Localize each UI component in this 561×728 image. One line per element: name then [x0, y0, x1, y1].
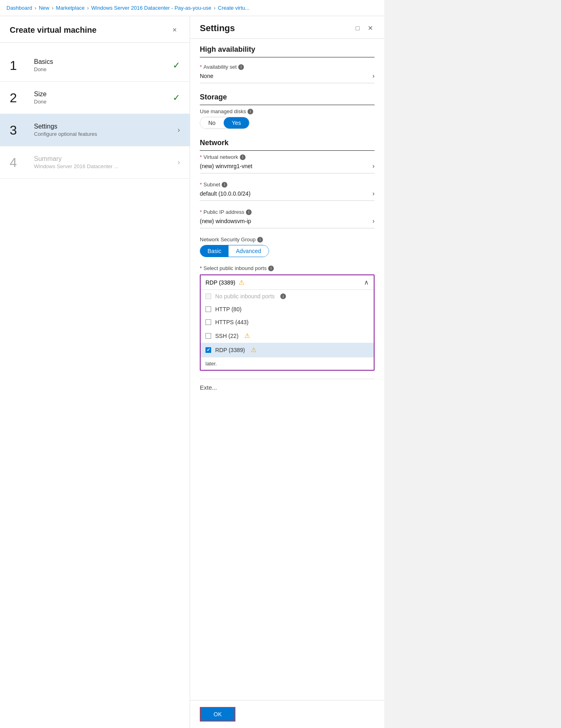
public-ip-value: (new) windowsvm-ip	[200, 218, 251, 224]
option-ssh[interactable]: SSH (22) ⚠	[201, 329, 374, 343]
step-2-sublabel: Done	[34, 99, 169, 105]
breadcrumb: Dashboard › New › Marketplace › Windows …	[0, 0, 384, 16]
option-no-inbound[interactable]: No public inbound ports i	[201, 290, 374, 303]
inbound-ports-warning-icon: ⚠	[239, 279, 244, 286]
option-ssh-label: SSH (22)	[215, 333, 239, 339]
inbound-ports-section: * Select public inbound ports i RDP (338…	[200, 265, 375, 371]
step-4-info: Summary Windows Server 2016 Datacenter .…	[34, 155, 174, 169]
managed-disks-field: Use managed disks i No Yes	[200, 108, 375, 129]
breadcrumb-product[interactable]: Windows Server 2016 Datacenter - Pay-as-…	[91, 5, 211, 11]
nsg-label: Network Security Group i	[200, 236, 375, 243]
public-ip-field: * Public IP address i (new) windowsvm-ip…	[200, 209, 375, 228]
virtual-network-value: (new) winvmrg1-vnet	[200, 163, 252, 169]
subnet-info-icon[interactable]: i	[222, 182, 227, 188]
option-ssh-checkbox	[205, 333, 211, 339]
public-ip-value-row[interactable]: (new) windowsvm-ip ›	[200, 217, 375, 228]
settings-header: Settings □ ✕	[190, 16, 384, 39]
settings-title: Settings	[200, 23, 235, 34]
subnet-value-row[interactable]: default (10.0.0.0/24) ›	[200, 190, 375, 201]
step-4-sublabel: Windows Server 2016 Datacenter ...	[34, 163, 174, 169]
option-rdp-label: RDP (3389)	[215, 347, 245, 353]
inbound-ports-trigger[interactable]: RDP (3389) ⚠ ∧	[201, 275, 374, 290]
option-no-inbound-label: No public inbound ports	[215, 293, 275, 300]
subnet-value: default (10.0.0.0/24)	[200, 190, 250, 197]
option-rdp-warning-icon: ⚠	[251, 346, 256, 354]
step-4-summary[interactable]: 4 Summary Windows Server 2016 Datacenter…	[0, 146, 190, 179]
settings-content: High availability * Availability set i N…	[190, 39, 384, 700]
inbound-ports-options: No public inbound ports i HTTP (80) HTTP…	[201, 290, 374, 370]
panel-header: Create virtual machine ×	[0, 16, 190, 43]
public-ip-info-icon[interactable]: i	[246, 209, 252, 215]
extension-hint: Exte...	[200, 379, 375, 391]
availability-set-value: None	[200, 73, 213, 79]
option-http-checkbox	[205, 306, 211, 312]
inbound-ports-selected: RDP (3389) ⚠	[205, 279, 244, 286]
settings-close-button[interactable]: ✕	[366, 23, 375, 34]
breadcrumb-create[interactable]: Create virtu...	[218, 5, 250, 11]
option-http-label: HTTP (80)	[215, 306, 241, 312]
step-1-check-icon: ✓	[173, 60, 180, 71]
public-ip-label: * Public IP address i	[200, 209, 375, 215]
option-rdp-checkbox: ✔	[205, 347, 211, 353]
step-2-size[interactable]: 2 Size Done ✓	[0, 82, 190, 114]
option-http[interactable]: HTTP (80)	[201, 303, 374, 316]
step-2-check-icon: ✓	[173, 93, 180, 103]
option-https-label: HTTPS (443)	[215, 319, 248, 325]
ok-button[interactable]: OK	[200, 707, 235, 722]
close-button[interactable]: ×	[169, 24, 180, 36]
availability-set-label: * Availability set i	[200, 64, 375, 70]
step-2-info: Size Done	[34, 91, 169, 105]
nsg-basic-button[interactable]: Basic	[200, 245, 229, 257]
public-ip-chevron-icon: ›	[373, 217, 375, 225]
virtual-network-field: * Virtual network i (new) winvmrg1-vnet …	[200, 154, 375, 173]
inbound-ports-info-icon[interactable]: i	[268, 266, 274, 271]
step-2-number: 2	[10, 91, 29, 104]
breadcrumb-marketplace[interactable]: Marketplace	[56, 5, 85, 11]
step-3-settings[interactable]: 3 Settings Configure optional features ›	[0, 114, 190, 146]
breadcrumb-new[interactable]: New	[39, 5, 49, 11]
inbound-ports-label: * Select public inbound ports i	[200, 265, 375, 271]
step-1-sublabel: Done	[34, 66, 169, 72]
virtual-network-chevron-icon: ›	[373, 162, 375, 170]
subnet-chevron-icon: ›	[373, 190, 375, 197]
step-2-label: Size	[34, 91, 169, 98]
option-rdp[interactable]: ✔ RDP (3389) ⚠	[201, 343, 374, 357]
high-availability-title: High availability	[200, 45, 375, 57]
step-3-sublabel: Configure optional features	[34, 131, 174, 137]
later-text: later.	[201, 357, 374, 370]
breadcrumb-dashboard[interactable]: Dashboard	[6, 5, 32, 11]
option-ssh-warning-icon: ⚠	[244, 332, 250, 340]
managed-disks-label: Use managed disks i	[200, 108, 375, 114]
option-no-inbound-checkbox	[205, 293, 211, 299]
left-panel: Create virtual machine × 1 Basics Done ✓…	[0, 16, 190, 728]
step-4-number: 4	[10, 156, 29, 169]
availability-set-value-row[interactable]: None ›	[200, 72, 375, 83]
nsg-toggle: Basic Advanced	[200, 245, 269, 257]
nsg-info-icon[interactable]: i	[257, 237, 263, 243]
panel-title: Create virtual machine	[10, 25, 97, 35]
maximize-button[interactable]: □	[354, 23, 361, 34]
availability-set-field: * Availability set i None ›	[200, 64, 375, 83]
step-3-label: Settings	[34, 123, 174, 130]
virtual-network-label: * Virtual network i	[200, 154, 375, 160]
step-1-info: Basics Done	[34, 58, 169, 72]
step-1-label: Basics	[34, 58, 169, 65]
header-actions: □ ✕	[354, 23, 375, 34]
steps-container: 1 Basics Done ✓ 2 Size Done ✓ 3	[0, 43, 190, 728]
step-1-basics[interactable]: 1 Basics Done ✓	[0, 49, 190, 82]
availability-set-chevron-icon: ›	[373, 72, 375, 80]
inbound-ports-dropdown: RDP (3389) ⚠ ∧ No public inbound ports i	[200, 274, 375, 371]
managed-disks-yes-button[interactable]: Yes	[224, 117, 249, 129]
nsg-advanced-button[interactable]: Advanced	[229, 245, 268, 257]
nsg-field: Network Security Group i Basic Advanced	[200, 236, 375, 257]
right-panel: Settings □ ✕ High availability * Availab…	[190, 16, 384, 728]
virtual-network-info-icon[interactable]: i	[240, 154, 246, 160]
availability-set-info-icon[interactable]: i	[238, 64, 244, 70]
main-container: Create virtual machine × 1 Basics Done ✓…	[0, 16, 384, 728]
option-https[interactable]: HTTPS (443)	[201, 316, 374, 329]
virtual-network-value-row[interactable]: (new) winvmrg1-vnet ›	[200, 162, 375, 173]
step-1-number: 1	[10, 59, 29, 72]
storage-title: Storage	[200, 93, 375, 105]
managed-disks-no-button[interactable]: No	[200, 117, 224, 129]
managed-disks-info-icon[interactable]: i	[248, 109, 253, 114]
